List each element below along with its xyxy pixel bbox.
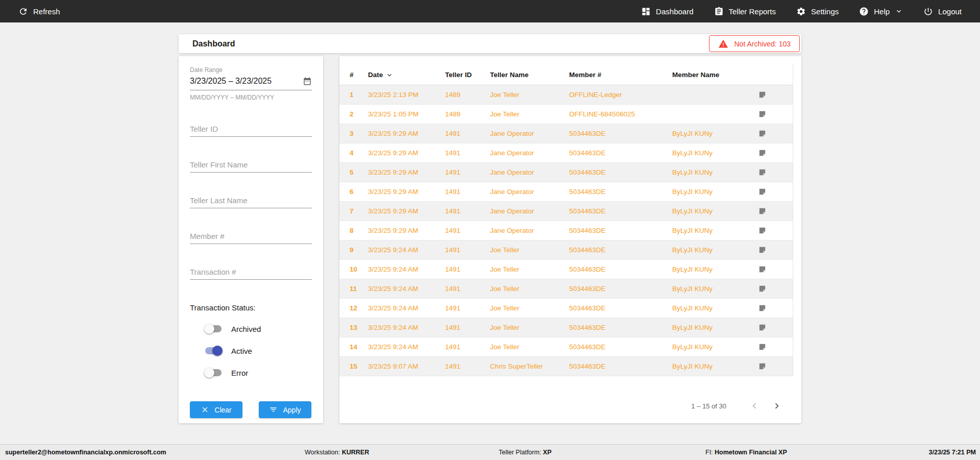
row-teller-name: Jane Operator bbox=[490, 149, 569, 157]
table-row[interactable]: 7 3/23/25 9:29 AM 1491 Jane Operator 503… bbox=[339, 202, 793, 221]
nav-item-teller-reports[interactable]: Teller Reports bbox=[714, 7, 776, 16]
row-date: 3/23/25 9:29 AM bbox=[368, 188, 445, 196]
transaction-number-input[interactable] bbox=[190, 264, 312, 280]
row-member-name: ByLyJI KUNy bbox=[672, 362, 731, 370]
table-row[interactable]: 9 3/23/25 9:24 AM 1491 Joe Teller 503446… bbox=[339, 240, 793, 260]
table-row[interactable]: 4 3/23/25 9:29 AM 1491 Jane Operator 503… bbox=[339, 143, 793, 163]
row-number: 10 bbox=[339, 265, 368, 273]
note-icon[interactable] bbox=[731, 265, 793, 274]
note-icon[interactable] bbox=[731, 284, 793, 293]
pagination-range-label: 1 – 15 of 30 bbox=[691, 402, 726, 410]
row-date: 3/23/25 9:24 AM bbox=[368, 343, 445, 351]
toggle-active[interactable]: Active bbox=[190, 346, 312, 356]
row-teller-id: 1491 bbox=[445, 130, 490, 137]
previous-page-button[interactable] bbox=[749, 400, 760, 411]
note-icon[interactable] bbox=[731, 187, 793, 196]
date-range-field[interactable]: 3/23/2025 – 3/23/2025 bbox=[190, 74, 312, 90]
row-member-number: 5034463DE bbox=[569, 343, 672, 351]
nav-item-help[interactable]: Help bbox=[859, 7, 903, 16]
filter-panel: Date Range 3/23/2025 – 3/23/2025 MM/DD/Y… bbox=[179, 56, 323, 423]
column-header-date[interactable]: Date bbox=[368, 71, 445, 79]
archived-switch[interactable] bbox=[204, 324, 223, 334]
table-row[interactable]: 2 3/23/25 1:05 PM 1489 Joe Teller OFFLIN… bbox=[339, 105, 793, 124]
active-switch[interactable] bbox=[204, 346, 223, 356]
table-row[interactable]: 12 3/23/25 9:24 AM 1491 Joe Teller 50344… bbox=[339, 299, 793, 318]
row-member-number: OFFLINE-Ledger bbox=[569, 91, 672, 99]
clear-label: Clear bbox=[214, 406, 231, 414]
table-row[interactable]: 13 3/23/25 9:24 AM 1491 Joe Teller 50344… bbox=[339, 318, 793, 337]
row-member-name: ByLyJI KUNy bbox=[672, 304, 731, 312]
member-number-input[interactable] bbox=[190, 229, 312, 244]
nav-item-dashboard[interactable]: Dashboard bbox=[641, 7, 693, 16]
note-icon[interactable] bbox=[731, 168, 793, 177]
status-bar: superteller2@hometownfinancialxp.onmicro… bbox=[0, 444, 980, 460]
power-icon bbox=[923, 7, 933, 16]
date-range-label: Date Range bbox=[190, 66, 312, 74]
logged-in-user: superteller2@hometownfinancialxp.onmicro… bbox=[5, 445, 166, 460]
row-number: 13 bbox=[339, 324, 368, 331]
table-row[interactable]: 8 3/23/25 9:29 AM 1491 Jane Operator 503… bbox=[339, 221, 793, 240]
row-date: 3/23/25 9:24 AM bbox=[368, 304, 445, 312]
row-number: 15 bbox=[339, 362, 368, 370]
row-member-name: ByLyJI KUNy bbox=[672, 168, 731, 176]
teller-first-name-input[interactable] bbox=[190, 157, 312, 173]
toggle-archived[interactable]: Archived bbox=[190, 324, 312, 334]
table-row[interactable]: 6 3/23/25 9:29 AM 1491 Jane Operator 503… bbox=[339, 182, 793, 202]
note-icon[interactable] bbox=[731, 362, 793, 371]
note-icon[interactable] bbox=[731, 323, 793, 332]
column-header-teller-name: Teller Name bbox=[490, 71, 569, 79]
table-row[interactable]: 10 3/23/25 9:24 AM 1491 Joe Teller 50344… bbox=[339, 260, 793, 279]
apply-button[interactable]: Apply bbox=[259, 401, 311, 418]
note-icon[interactable] bbox=[731, 90, 793, 99]
table-row[interactable]: 1 3/23/25 2:13 PM 1489 Joe Teller OFFLIN… bbox=[339, 85, 793, 105]
row-teller-name: Jane Operator bbox=[490, 227, 569, 234]
row-member-number: 5034463DE bbox=[569, 246, 672, 254]
table-row[interactable]: 5 3/23/25 9:29 AM 1491 Jane Operator 503… bbox=[339, 163, 793, 182]
close-icon bbox=[201, 405, 209, 414]
toggle-error[interactable]: Error bbox=[190, 368, 312, 378]
next-page-button[interactable] bbox=[771, 400, 782, 411]
row-teller-id: 1491 bbox=[445, 188, 490, 196]
note-icon[interactable] bbox=[731, 129, 793, 138]
teller-last-name-input[interactable] bbox=[190, 193, 312, 208]
row-number: 3 bbox=[339, 130, 368, 137]
not-archived-badge[interactable]: Not Archived: 103 bbox=[709, 35, 800, 52]
row-member-name: ByLyJI KUNy bbox=[672, 343, 731, 351]
row-member-number: 5034463DE bbox=[569, 207, 672, 215]
row-teller-id: 1491 bbox=[445, 227, 490, 234]
table-body: 1 3/23/25 2:13 PM 1489 Joe Teller OFFLIN… bbox=[339, 85, 793, 376]
row-member-name: ByLyJI KUNy bbox=[672, 246, 731, 254]
calendar-icon[interactable] bbox=[303, 77, 312, 86]
switch-thumb bbox=[212, 346, 223, 356]
table-row[interactable]: 14 3/23/25 9:24 AM 1491 Joe Teller 50344… bbox=[339, 337, 793, 357]
table-row[interactable]: 11 3/23/25 9:24 AM 1491 Joe Teller 50344… bbox=[339, 279, 793, 299]
note-icon[interactable] bbox=[731, 110, 793, 118]
row-date: 3/23/25 9:29 AM bbox=[368, 168, 445, 176]
row-date: 3/23/25 2:13 PM bbox=[368, 91, 445, 99]
row-member-name: ByLyJI KUNy bbox=[672, 207, 731, 215]
error-switch[interactable] bbox=[204, 368, 223, 378]
table-row[interactable]: 15 3/23/25 9:07 AM 1491 Chris SuperTelle… bbox=[339, 357, 793, 376]
teller-id-input[interactable] bbox=[190, 122, 312, 137]
row-teller-name: Joe Teller bbox=[490, 110, 569, 118]
row-teller-name: Jane Operator bbox=[490, 188, 569, 196]
note-icon[interactable] bbox=[731, 207, 793, 215]
note-icon[interactable] bbox=[731, 304, 793, 312]
note-icon[interactable] bbox=[731, 246, 793, 254]
row-date: 3/23/25 9:29 AM bbox=[368, 227, 445, 234]
sort-desc-icon bbox=[385, 71, 394, 79]
nav-item-logout[interactable]: Logout bbox=[923, 7, 962, 16]
row-member-name: ByLyJI KUNy bbox=[672, 227, 731, 234]
row-member-number: 5034463DE bbox=[569, 149, 672, 157]
table-row[interactable]: 3 3/23/25 9:29 AM 1491 Jane Operator 503… bbox=[339, 124, 793, 143]
row-teller-name: Jane Operator bbox=[490, 207, 569, 215]
nav-item-settings[interactable]: Settings bbox=[796, 7, 839, 16]
date-range-hint: MM/DD/YYYY – MM/DD/YYYY bbox=[190, 94, 312, 101]
toggle-label: Error bbox=[231, 369, 248, 377]
note-icon[interactable] bbox=[731, 343, 793, 351]
note-icon[interactable] bbox=[731, 226, 793, 235]
refresh-button[interactable]: Refresh bbox=[18, 7, 60, 16]
note-icon[interactable] bbox=[731, 149, 793, 157]
clear-button[interactable]: Clear bbox=[190, 401, 242, 418]
row-member-number: 5034463DE bbox=[569, 227, 672, 234]
